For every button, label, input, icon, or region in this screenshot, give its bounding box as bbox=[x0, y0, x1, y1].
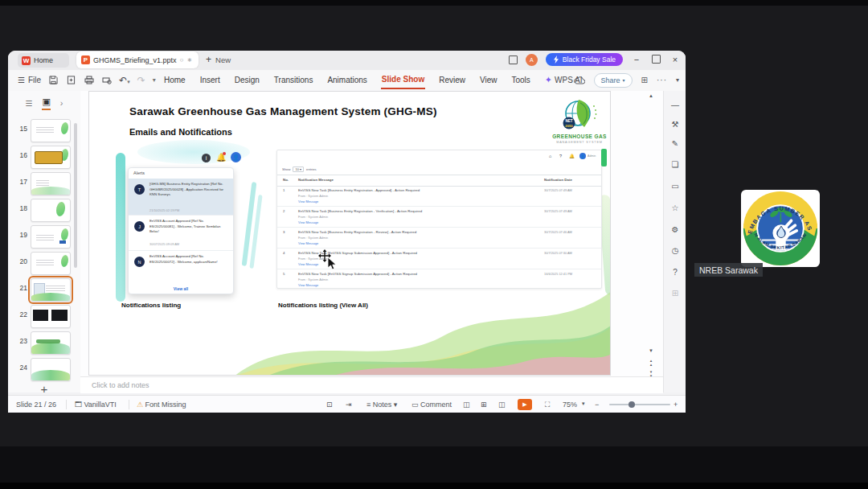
slide-thumb-15[interactable]: 15 bbox=[8, 118, 80, 142]
alert-item-3[interactable]: N EnVISS Account Approved [Ref No. ES/20… bbox=[129, 251, 233, 283]
table-row[interactable]: 1 EnVISS New Task [Business Entity Regis… bbox=[277, 185, 601, 207]
tab-home[interactable]: W Home bbox=[18, 53, 69, 68]
apps-grid-icon[interactable]: ⊞ bbox=[664, 289, 686, 298]
font-missing-warning[interactable]: ⚠ Font Missing bbox=[137, 401, 186, 409]
menu-tools[interactable]: Tools bbox=[511, 72, 531, 88]
notes-placeholder: Click to add notes bbox=[92, 381, 149, 389]
menu-slide-show[interactable]: Slide Show bbox=[381, 71, 425, 89]
file-menu[interactable]: ☰ File bbox=[18, 76, 41, 84]
smart-design-icon[interactable]: ✎ bbox=[664, 139, 686, 148]
new-tab-label: New bbox=[215, 55, 231, 64]
view-message-link[interactable]: View Message bbox=[298, 220, 318, 224]
panel-scrollbar[interactable] bbox=[74, 123, 77, 268]
zoom-chevron-icon[interactable]: ▾ bbox=[582, 401, 585, 407]
history-icon[interactable]: ◷ bbox=[664, 246, 686, 255]
table-row[interactable]: 2 EnVISS New Task [Business Entity Regis… bbox=[277, 206, 601, 228]
tab-document[interactable]: P GHGMS_Briefing_v1.pptx ○ ∗ bbox=[76, 51, 199, 68]
shapes-icon[interactable]: ❏ bbox=[664, 160, 686, 169]
layout-switch-icon[interactable]: ⊞ bbox=[641, 76, 648, 84]
alert-item-1[interactable]: T [GHG-MS] Business Entity Registration … bbox=[129, 179, 233, 216]
comment-button[interactable]: ▭ Comment bbox=[411, 401, 452, 409]
menu-review[interactable]: Review bbox=[438, 72, 466, 88]
tab-preview-icon[interactable] bbox=[509, 55, 518, 64]
scroll-down-arrow[interactable]: ▼ bbox=[647, 348, 655, 353]
slide-thumb-22[interactable]: 22 bbox=[8, 304, 80, 328]
notes-toggle[interactable]: ≡ Notes ▾ bbox=[366, 401, 397, 409]
settings-icon[interactable]: ⚙ bbox=[664, 225, 686, 234]
zoom-slider-thumb[interactable] bbox=[628, 401, 635, 408]
tab-sync-icon[interactable]: ○ bbox=[180, 56, 184, 64]
minimize-button[interactable]: − bbox=[631, 55, 642, 64]
slideshow-play-button[interactable]: ▶ bbox=[518, 399, 532, 410]
notes-bar[interactable]: Click to add notes bbox=[80, 376, 663, 393]
menu-home[interactable]: Home bbox=[163, 72, 186, 88]
maximize-button[interactable] bbox=[650, 55, 661, 65]
jump-to-slide-icon[interactable]: ⇥ bbox=[346, 401, 352, 409]
thumbnail-view-icon[interactable]: ▣ bbox=[42, 97, 50, 110]
slide-canvas[interactable]: Sarawak Greenhouse Gas Management System… bbox=[88, 91, 611, 376]
menu-view[interactable]: View bbox=[479, 72, 498, 88]
notes-label: Notes bbox=[373, 401, 392, 409]
outline-view-icon[interactable]: ☰ bbox=[25, 99, 32, 108]
normal-view-icon[interactable]: ◫ bbox=[463, 401, 470, 409]
zoom-slider[interactable] bbox=[609, 404, 670, 405]
view-message-link[interactable]: View Message bbox=[298, 262, 318, 266]
panel-collapse-icon[interactable]: › bbox=[60, 98, 63, 108]
add-slide-button[interactable]: + bbox=[8, 382, 80, 396]
promo-button[interactable]: Black Friday Sale bbox=[546, 53, 623, 66]
thumb-number: 24 bbox=[13, 364, 27, 372]
slide-title: Sarawak Greenhouse Gas Management System… bbox=[129, 105, 437, 117]
quick-access-chevron[interactable]: ▾ bbox=[153, 76, 156, 84]
export-pdf-icon[interactable] bbox=[66, 75, 76, 85]
thumbnail-toggle-icon[interactable]: ⊡ bbox=[326, 401, 333, 409]
entries-select[interactable]: 10 ▾ bbox=[293, 166, 304, 172]
slide-thumb-17[interactable]: 17 bbox=[8, 171, 80, 195]
show-entries-control[interactable]: Show 10 ▾ entries bbox=[282, 166, 317, 172]
save-icon[interactable] bbox=[48, 75, 59, 85]
fit-slide-icon[interactable]: ⛶ bbox=[545, 401, 550, 409]
cloud-sync-icon[interactable] bbox=[574, 76, 585, 84]
view-message-link[interactable]: View Message bbox=[298, 241, 318, 245]
scroll-up-arrow[interactable]: ▲ bbox=[647, 93, 655, 98]
zoom-level[interactable]: 75% bbox=[563, 401, 577, 409]
menu-design[interactable]: Design bbox=[234, 72, 260, 88]
wps-logo-icon: W bbox=[22, 56, 31, 65]
chevron-down-icon: ▾ bbox=[623, 77, 625, 83]
comment-panel-icon[interactable]: ▭ bbox=[664, 182, 686, 191]
slide-thumb-19[interactable]: 19 bbox=[8, 224, 80, 249]
reading-view-icon[interactable]: ◫ bbox=[498, 401, 506, 409]
participant-name-label: NREB Sarawak bbox=[694, 263, 763, 277]
slide-thumb-21-selected[interactable]: 21 bbox=[8, 277, 80, 302]
design-theme-button[interactable]: 🗔 VanillaVTI bbox=[75, 401, 117, 409]
collapse-strip-icon[interactable]: — bbox=[664, 101, 686, 109]
close-button[interactable]: × bbox=[669, 55, 681, 64]
share-button[interactable]: Share ▾ bbox=[594, 73, 633, 88]
slide-thumb-23[interactable]: 23 bbox=[8, 331, 80, 355]
previous-slide-button[interactable]: ▴▴ bbox=[647, 359, 655, 367]
effects-icon[interactable]: ☆ bbox=[664, 203, 686, 212]
new-tab-button[interactable]: + New bbox=[206, 54, 231, 65]
slide-thumb-24[interactable]: 24 bbox=[8, 357, 80, 381]
zoom-in-button[interactable]: + bbox=[674, 401, 678, 409]
more-options-icon[interactable]: ··· bbox=[657, 76, 667, 84]
table-row[interactable]: 3 EnVISS New Task [Business Entity Regis… bbox=[277, 227, 601, 249]
print-icon[interactable] bbox=[84, 75, 94, 85]
collapse-ribbon-icon[interactable]: ▾ bbox=[676, 76, 679, 84]
slide-thumb-20[interactable]: 20 bbox=[8, 251, 80, 275]
view-all-link[interactable]: View all bbox=[129, 286, 233, 291]
tools-icon[interactable]: ⚒ bbox=[664, 120, 686, 129]
slide-thumb-18[interactable]: 18 bbox=[8, 198, 80, 222]
slide-thumb-16[interactable]: 16 bbox=[8, 145, 80, 169]
alert-item-2[interactable]: J EnVISS Account Approved [Ref No. ES/20… bbox=[129, 216, 233, 251]
menu-transitions[interactable]: Transitions bbox=[273, 72, 314, 88]
account-avatar[interactable]: A bbox=[526, 54, 538, 66]
zoom-out-button[interactable]: − bbox=[595, 401, 599, 409]
undo-button[interactable]: ↶▾ bbox=[119, 75, 130, 86]
view-message-link[interactable]: View Message bbox=[298, 199, 318, 203]
menu-insert[interactable]: Insert bbox=[199, 72, 221, 88]
slide-sorter-icon[interactable]: ⊞ bbox=[481, 401, 487, 409]
print-preview-icon[interactable] bbox=[101, 75, 112, 85]
menu-animations[interactable]: Animations bbox=[326, 72, 367, 88]
redo-button[interactable]: ↷ bbox=[137, 75, 145, 86]
help-circle-icon[interactable]: ? bbox=[664, 268, 686, 277]
